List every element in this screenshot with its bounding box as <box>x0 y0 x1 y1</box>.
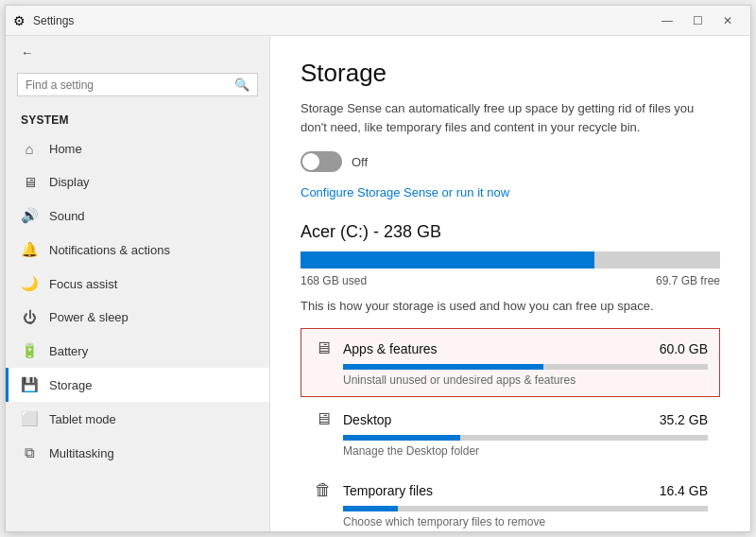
sidebar-icon-notifications: 🔔 <box>21 241 38 258</box>
drive-section-title: Acer (C:) - 238 GB <box>301 222 720 242</box>
storage-item-header-desktop: 🖥 Desktop 35.2 GB <box>313 409 708 429</box>
main-content: Storage Storage Sense can automatically … <box>270 36 750 531</box>
storage-item-bar-fill-apps <box>343 364 543 370</box>
sidebar-icon-display: 🖥 <box>21 174 38 190</box>
sidebar-item-multitasking[interactable]: ⧉ Multitasking <box>6 436 269 470</box>
sidebar-label-multitasking: Multitasking <box>49 446 114 460</box>
description-text: Storage Sense can automatically free up … <box>301 99 716 136</box>
sidebar-icon-focus: 🌙 <box>21 275 38 292</box>
sidebar-item-home[interactable]: ⌂ Home <box>6 132 269 165</box>
storage-item-desc-desktop: Manage the Desktop folder <box>343 444 708 458</box>
storage-item-name-temp: Temporary files <box>343 483 433 498</box>
configure-link[interactable]: Configure Storage Sense or run it now <box>301 185 720 199</box>
storage-item-bar-desktop <box>343 435 708 441</box>
storage-item-desc-temp: Choose which temporary files to remove <box>343 515 708 528</box>
sidebar-item-focus[interactable]: 🌙 Focus assist <box>6 267 269 301</box>
sidebar-item-display[interactable]: 🖥 Display <box>6 165 269 199</box>
storage-category-temp[interactable]: 🗑 Temporary files 16.4 GB Choose which t… <box>301 470 720 531</box>
storage-item-icon-apps: 🖥 <box>313 338 334 358</box>
storage-item-size-apps: 60.0 GB <box>660 341 708 356</box>
free-label: 69.7 GB free <box>656 274 720 287</box>
storage-item-name-desktop: Desktop <box>343 412 391 427</box>
sidebar-item-tablet[interactable]: ⬜ Tablet mode <box>6 402 269 436</box>
main-storage-bar <box>301 251 720 268</box>
back-button[interactable]: ← <box>6 36 269 69</box>
storage-item-size-desktop: 35.2 GB <box>660 412 708 427</box>
toggle-label: Off <box>352 155 368 169</box>
close-button[interactable]: ✕ <box>713 6 743 36</box>
title-bar: ⚙ Settings — ☐ ✕ <box>6 6 750 36</box>
sidebar-label-battery: Battery <box>49 344 88 358</box>
storage-item-name-apps: Apps & features <box>343 341 438 356</box>
sidebar-label-tablet: Tablet mode <box>49 412 116 426</box>
storage-item-bar-fill-temp <box>343 506 398 511</box>
sidebar-label-display: Display <box>49 175 90 189</box>
maximize-button[interactable]: ☐ <box>682 6 713 36</box>
back-icon: ← <box>21 45 33 60</box>
sidebar-item-notifications[interactable]: 🔔 Notifications & actions <box>6 233 269 267</box>
sidebar-icon-tablet: ⬜ <box>21 410 38 427</box>
toggle-row: Off <box>301 151 720 172</box>
window-controls: — ☐ ✕ <box>652 6 743 36</box>
settings-window: ⚙ Settings — ☐ ✕ ← 🔍 System ⌂ Home 🖥 Dis… <box>5 5 751 532</box>
sidebar-label-storage: Storage <box>49 378 93 392</box>
sidebar-icon-multitasking: ⧉ <box>21 444 38 461</box>
used-label: 168 GB used <box>301 274 367 287</box>
sidebar-label-power: Power & sleep <box>49 310 129 324</box>
categories-container: 🖥 Apps & features 60.0 GB Uninstall unus… <box>301 328 720 531</box>
sidebar-section-title: System <box>6 108 269 132</box>
storage-item-header-apps: 🖥 Apps & features 60.0 GB <box>313 338 708 358</box>
settings-icon: ⚙ <box>13 13 26 28</box>
sidebar-item-sound[interactable]: 🔊 Sound <box>6 199 269 233</box>
storage-item-header-temp: 🗑 Temporary files 16.4 GB <box>313 480 708 500</box>
storage-item-bar-apps <box>343 364 708 370</box>
search-box[interactable]: 🔍 <box>17 73 258 96</box>
storage-item-desc-apps: Uninstall unused or undesired apps & fea… <box>343 373 708 387</box>
sidebar-label-sound: Sound <box>49 209 85 223</box>
sidebar-icon-storage: 💾 <box>21 376 38 393</box>
window-title: Settings <box>33 14 74 27</box>
storage-item-size-temp: 16.4 GB <box>660 483 708 498</box>
storage-category-apps[interactable]: 🖥 Apps & features 60.0 GB Uninstall unus… <box>301 328 720 397</box>
sidebar-item-storage[interactable]: 💾 Storage <box>6 368 269 402</box>
storage-item-icon-temp: 🗑 <box>313 480 334 500</box>
search-input[interactable] <box>26 78 229 92</box>
sidebar-icon-power: ⏻ <box>21 309 38 325</box>
sidebar-label-home: Home <box>49 142 82 156</box>
search-icon: 🔍 <box>234 78 249 92</box>
content-area: ← 🔍 System ⌂ Home 🖥 Display 🔊 Sound 🔔 No… <box>6 36 750 531</box>
sidebar-icon-home: ⌂ <box>21 141 38 157</box>
storage-labels: 168 GB used 69.7 GB free <box>301 274 720 287</box>
title-bar-left: ⚙ Settings <box>13 13 74 28</box>
sidebar-label-focus: Focus assist <box>49 277 117 291</box>
sidebar-item-power[interactable]: ⏻ Power & sleep <box>6 301 269 334</box>
storage-item-icon-desktop: 🖥 <box>313 409 334 429</box>
main-storage-bar-fill <box>301 251 594 268</box>
sidebar-icon-sound: 🔊 <box>21 207 38 224</box>
storage-info-text: This is how your storage is used and how… <box>301 299 720 313</box>
storage-item-bar-fill-desktop <box>343 435 460 441</box>
sidebar-icon-battery: 🔋 <box>21 342 38 359</box>
toggle-knob <box>302 153 319 170</box>
sidebar-item-battery[interactable]: 🔋 Battery <box>6 334 269 368</box>
sidebar: ← 🔍 System ⌂ Home 🖥 Display 🔊 Sound 🔔 No… <box>6 36 270 531</box>
minimize-button[interactable]: — <box>652 6 682 36</box>
storage-sense-toggle[interactable] <box>301 151 342 172</box>
sidebar-items: ⌂ Home 🖥 Display 🔊 Sound 🔔 Notifications… <box>6 132 269 470</box>
page-title: Storage <box>301 59 720 88</box>
storage-item-bar-temp <box>343 506 708 511</box>
storage-category-desktop[interactable]: 🖥 Desktop 35.2 GB Manage the Desktop fol… <box>301 399 720 468</box>
sidebar-label-notifications: Notifications & actions <box>49 243 170 257</box>
